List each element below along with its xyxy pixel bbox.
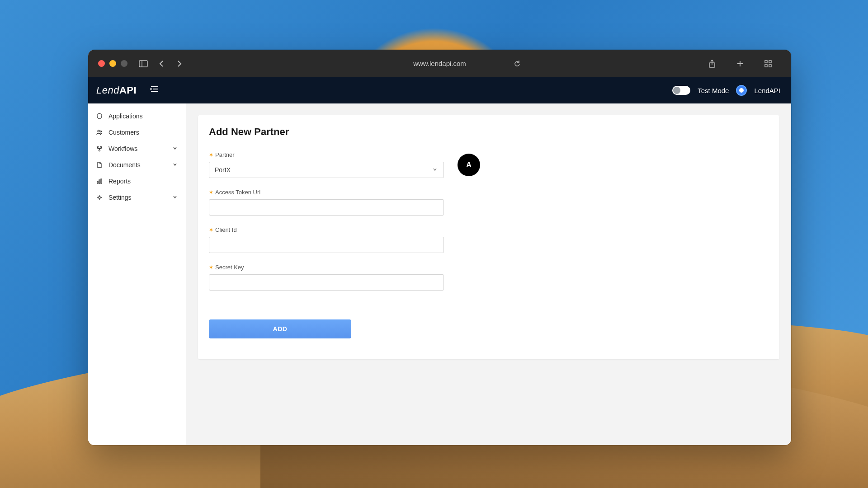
sidebar-item-label: Applications xyxy=(108,113,178,120)
partner-avatar: A xyxy=(458,154,480,176)
test-mode-label: Test Mode xyxy=(698,87,729,94)
chevron-down-icon xyxy=(173,195,178,200)
secret-key-input[interactable] xyxy=(209,274,444,291)
add-partner-card: Add New Partner ✶Partner PortX A ✶Access… xyxy=(198,115,779,359)
sidebar-item-label: Documents xyxy=(108,161,167,169)
svg-point-14 xyxy=(100,131,102,132)
access-token-input[interactable] xyxy=(209,199,444,216)
svg-rect-7 xyxy=(769,61,771,63)
svg-rect-0 xyxy=(139,61,147,67)
document-icon xyxy=(96,162,103,169)
svg-rect-19 xyxy=(99,180,100,183)
chart-icon xyxy=(96,178,103,185)
sidebar-item-workflows[interactable]: Workflows xyxy=(88,141,186,157)
sidebar-item-label: Settings xyxy=(108,194,167,201)
svg-rect-18 xyxy=(97,181,98,183)
access-token-label: ✶Access Token Url xyxy=(209,189,444,196)
flow-icon xyxy=(96,145,103,152)
chevron-down-icon xyxy=(173,146,178,151)
sidebar-item-label: Customers xyxy=(108,129,178,136)
tenant-name[interactable]: LendAPI xyxy=(754,87,780,94)
address-bar[interactable]: www.lendapi.com xyxy=(413,60,466,67)
svg-rect-8 xyxy=(765,65,767,67)
svg-rect-20 xyxy=(101,179,102,183)
main-content: Add New Partner ✶Partner PortX A ✶Access… xyxy=(186,103,791,445)
chevron-down-icon xyxy=(433,167,438,173)
svg-point-21 xyxy=(99,197,100,198)
logo-text-thin: Lend xyxy=(96,84,119,96)
forward-button[interactable] xyxy=(175,59,184,69)
gear-icon xyxy=(96,194,103,201)
back-button[interactable] xyxy=(156,59,166,69)
sidebar-item-documents[interactable]: Documents xyxy=(88,157,186,173)
sidebar-item-customers[interactable]: Customers xyxy=(88,124,186,141)
minimize-window-button[interactable] xyxy=(109,60,116,67)
partner-select-value: PortX xyxy=(215,166,231,174)
reload-button[interactable] xyxy=(512,59,522,69)
svg-point-16 xyxy=(101,146,102,147)
logo-text-bold: API xyxy=(119,84,137,96)
svg-rect-6 xyxy=(765,61,767,63)
sidebar-item-settings[interactable]: Settings xyxy=(88,189,186,206)
page-title: Add New Partner xyxy=(209,126,769,138)
window-controls xyxy=(98,60,127,67)
sidebar-collapse-icon[interactable] xyxy=(150,85,160,95)
test-mode-toggle[interactable] xyxy=(672,86,690,95)
sidebar-item-label: Reports xyxy=(108,178,178,185)
app-logo[interactable]: LendAPI xyxy=(96,84,137,96)
client-id-input[interactable] xyxy=(209,237,444,253)
chevron-down-icon xyxy=(173,162,178,168)
sidebar-item-reports[interactable]: Reports xyxy=(88,173,186,189)
sidebar-item-applications[interactable]: Applications xyxy=(88,108,186,124)
partner-label: ✶Partner xyxy=(209,151,444,158)
svg-point-17 xyxy=(99,150,100,151)
tab-overview-icon[interactable] xyxy=(763,59,773,69)
app-header: LendAPI Test Mode LendAPI xyxy=(88,77,791,103)
tenant-avatar-icon[interactable] xyxy=(736,85,747,96)
sidebar-toggle-icon[interactable] xyxy=(138,59,148,69)
secret-key-label: ✶Secret Key xyxy=(209,264,444,271)
new-tab-icon[interactable] xyxy=(735,59,745,69)
browser-titlebar: www.lendapi.com xyxy=(88,50,791,77)
sidebar-item-label: Workflows xyxy=(108,145,167,152)
shield-icon xyxy=(96,113,103,120)
svg-rect-9 xyxy=(769,65,771,67)
close-window-button[interactable] xyxy=(98,60,105,67)
client-id-label: ✶Client Id xyxy=(209,226,444,233)
maximize-window-button[interactable] xyxy=(121,60,127,67)
users-icon xyxy=(96,129,103,136)
browser-window: www.lendapi.com LendAPI Test Mode xyxy=(88,50,791,445)
share-icon[interactable] xyxy=(707,59,717,69)
svg-point-15 xyxy=(97,146,99,147)
svg-point-13 xyxy=(98,130,99,132)
add-button[interactable]: ADD xyxy=(209,319,351,338)
partner-select[interactable]: PortX xyxy=(209,162,444,178)
sidebar-nav: Applications Customers Workflows Documen… xyxy=(88,103,186,445)
